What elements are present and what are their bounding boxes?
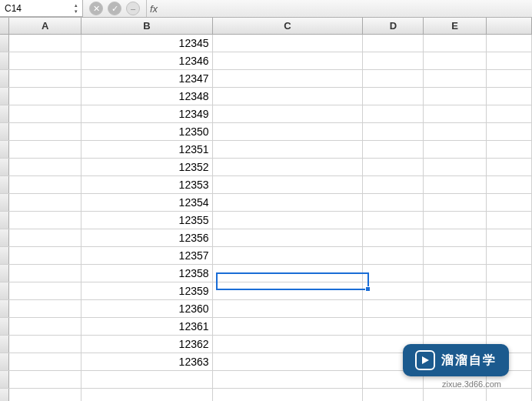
cell[interactable] xyxy=(213,194,364,211)
cell[interactable] xyxy=(9,176,82,193)
cell[interactable] xyxy=(424,265,487,282)
cell[interactable] xyxy=(213,105,364,122)
cell[interactable] xyxy=(9,318,82,335)
row-header[interactable] xyxy=(0,336,9,353)
row-header[interactable] xyxy=(0,123,9,140)
row-header[interactable] xyxy=(0,176,9,193)
cell[interactable] xyxy=(487,300,532,317)
cell[interactable] xyxy=(213,176,364,193)
col-header-F[interactable] xyxy=(487,18,532,34)
cell[interactable] xyxy=(213,371,364,388)
cell[interactable]: 12345 xyxy=(81,35,212,52)
stepper-up-icon[interactable]: ▴ xyxy=(71,2,81,8)
cell[interactable] xyxy=(424,159,487,175)
cell[interactable] xyxy=(363,88,424,105)
cell[interactable] xyxy=(213,265,364,282)
cell[interactable] xyxy=(9,212,82,229)
row-header[interactable] xyxy=(0,212,9,229)
cell[interactable] xyxy=(363,52,424,69)
cell[interactable] xyxy=(424,282,487,299)
cell[interactable] xyxy=(487,159,532,175)
row-header[interactable] xyxy=(0,282,9,299)
row-header[interactable] xyxy=(0,141,9,158)
cell[interactable] xyxy=(424,389,487,401)
cell[interactable] xyxy=(363,282,424,299)
cell[interactable] xyxy=(213,389,364,401)
cell[interactable] xyxy=(487,35,532,52)
cell[interactable] xyxy=(9,229,82,246)
cell[interactable] xyxy=(487,389,532,401)
row-header[interactable] xyxy=(0,88,9,105)
row-header[interactable] xyxy=(0,318,9,335)
cell[interactable] xyxy=(487,247,532,264)
cell[interactable]: 12350 xyxy=(81,123,212,140)
cell[interactable] xyxy=(363,70,424,87)
stepper-down-icon[interactable]: ▾ xyxy=(71,8,81,15)
cell[interactable] xyxy=(487,265,532,282)
cell[interactable]: 12353 xyxy=(81,176,212,193)
confirm-icon[interactable]: ✓ xyxy=(108,2,121,15)
col-header-D[interactable]: D xyxy=(363,18,424,34)
cell[interactable] xyxy=(9,88,82,105)
cell[interactable] xyxy=(487,52,532,69)
cell[interactable] xyxy=(424,52,487,69)
cell[interactable] xyxy=(487,123,532,140)
cell[interactable]: 12362 xyxy=(81,336,212,353)
row-header[interactable] xyxy=(0,159,9,175)
cell[interactable] xyxy=(487,229,532,246)
cell[interactable] xyxy=(363,176,424,193)
cell[interactable] xyxy=(9,300,82,317)
cell[interactable] xyxy=(424,176,487,193)
cell[interactable] xyxy=(9,52,82,69)
row-header[interactable] xyxy=(0,194,9,211)
row-header[interactable] xyxy=(0,371,9,388)
cell[interactable] xyxy=(487,141,532,158)
cell[interactable] xyxy=(213,123,364,140)
cell[interactable] xyxy=(487,194,532,211)
select-all-corner[interactable] xyxy=(0,18,9,34)
col-header-E[interactable]: E xyxy=(424,18,487,34)
cell[interactable] xyxy=(487,176,532,193)
cell[interactable] xyxy=(424,229,487,246)
cell[interactable] xyxy=(424,300,487,317)
cell[interactable] xyxy=(487,70,532,87)
cell[interactable] xyxy=(213,247,364,264)
cell[interactable]: 12359 xyxy=(81,282,212,299)
row-header[interactable] xyxy=(0,105,9,122)
cell[interactable] xyxy=(213,353,364,370)
cell[interactable] xyxy=(424,247,487,264)
cell[interactable]: 12355 xyxy=(81,212,212,229)
cell[interactable]: 12348 xyxy=(81,88,212,105)
row-header[interactable] xyxy=(0,52,9,69)
cell[interactable] xyxy=(9,194,82,211)
minus-icon[interactable]: – xyxy=(126,2,140,15)
row-header[interactable] xyxy=(0,389,9,401)
cell[interactable] xyxy=(487,88,532,105)
cell[interactable] xyxy=(81,389,212,401)
row-header[interactable] xyxy=(0,35,9,52)
row-header[interactable] xyxy=(0,265,9,282)
cell[interactable] xyxy=(213,318,364,335)
col-header-A[interactable]: A xyxy=(9,18,82,34)
cell[interactable] xyxy=(363,318,424,335)
cell[interactable]: 12363 xyxy=(81,353,212,370)
cell[interactable] xyxy=(424,123,487,140)
cell[interactable] xyxy=(363,265,424,282)
row-header[interactable] xyxy=(0,353,9,370)
cell[interactable] xyxy=(213,282,364,299)
cell[interactable] xyxy=(363,35,424,52)
cell[interactable] xyxy=(9,123,82,140)
cell[interactable] xyxy=(213,159,364,175)
cell[interactable] xyxy=(9,282,82,299)
cell[interactable] xyxy=(9,105,82,122)
cell[interactable] xyxy=(487,282,532,299)
cell[interactable]: 12360 xyxy=(81,300,212,317)
cell[interactable] xyxy=(213,229,364,246)
cell[interactable] xyxy=(363,194,424,211)
cell[interactable]: 12361 xyxy=(81,318,212,335)
cancel-icon[interactable]: ✕ xyxy=(89,2,103,15)
cell[interactable] xyxy=(213,141,364,158)
cell[interactable]: 12352 xyxy=(81,159,212,175)
cell[interactable] xyxy=(363,212,424,229)
cell[interactable] xyxy=(424,70,487,87)
